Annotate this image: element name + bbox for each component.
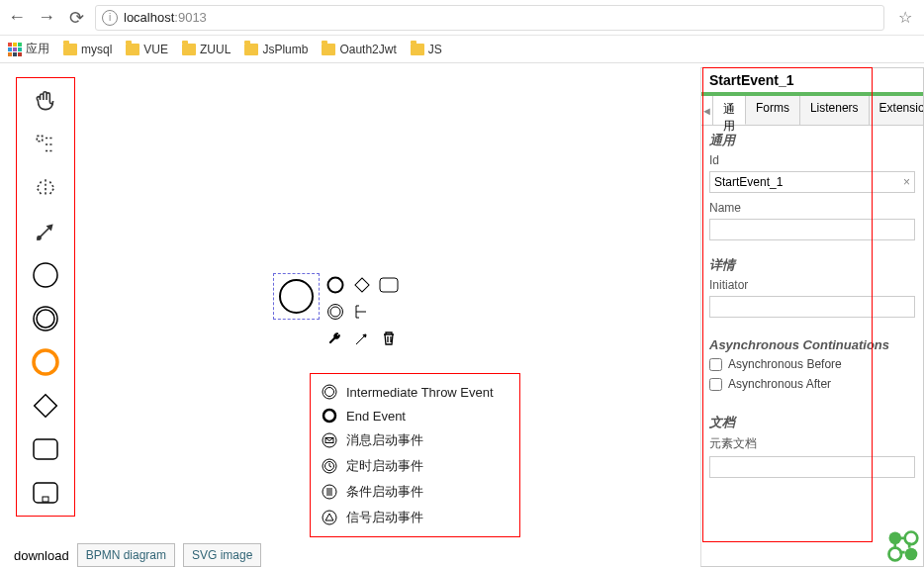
pad-annotation[interactable] (350, 300, 374, 324)
svg-point-22 (323, 485, 336, 499)
popup-item-end-event[interactable]: End Event (311, 404, 519, 427)
back-button[interactable]: ← (6, 7, 28, 29)
svg-rect-9 (43, 497, 48, 502)
popup-item-conditional-start[interactable]: 条件启动事件 (311, 479, 519, 505)
bookmark-mysql[interactable]: mysql (63, 43, 112, 56)
bookmark-oauth2jwt[interactable]: Oauth2Jwt (322, 43, 396, 56)
checkbox-async-before[interactable]: Asynchronous Before (701, 354, 923, 374)
tool-hand[interactable] (27, 84, 64, 118)
svg-point-25 (905, 532, 918, 545)
tool-lasso[interactable] (27, 128, 64, 161)
tool-space[interactable] (27, 171, 64, 205)
input-id[interactable]: StartEvent_1× (709, 171, 915, 193)
apps-button[interactable]: 应用 (8, 41, 49, 57)
pad-connect[interactable] (350, 327, 374, 350)
bookmark-vue[interactable]: VUE (126, 43, 168, 56)
pad-end-event[interactable] (323, 273, 347, 297)
section-async: Asynchronous Continuations (701, 331, 923, 354)
pad-wrench[interactable] (323, 327, 347, 350)
bookmark-zuul[interactable]: ZUUL (182, 43, 231, 56)
pad-gateway[interactable] (350, 273, 374, 297)
tool-end-event[interactable] (27, 302, 64, 335)
svg-point-2 (34, 263, 57, 287)
svg-rect-7 (34, 439, 57, 459)
thick-circle-icon (321, 408, 338, 424)
download-svg-button[interactable]: SVG image (183, 543, 261, 567)
reload-button[interactable]: ⟳ (65, 7, 87, 29)
tool-palette (16, 77, 75, 517)
timer-icon (321, 458, 338, 474)
section-docs: 文档 (701, 408, 923, 433)
star-icon[interactable]: ☆ (892, 8, 918, 27)
properties-panel: StartEvent_1 ◄ 通用 Forms Listeners Extens… (700, 67, 924, 567)
workspace: Intermediate Throw Event End Event 消息启动事… (0, 63, 924, 567)
message-icon (321, 432, 338, 448)
svg-point-26 (889, 548, 902, 561)
checkbox-async-after[interactable]: Asynchronous After (701, 374, 923, 394)
apps-icon (8, 43, 22, 56)
svg-point-16 (325, 388, 334, 397)
folder-icon (244, 44, 258, 55)
pad-intermediate[interactable] (323, 300, 347, 324)
folder-icon (126, 44, 139, 55)
label-id: Id (701, 151, 923, 169)
info-icon[interactable]: i (102, 10, 118, 26)
folder-icon (182, 44, 196, 55)
apps-label: 应用 (26, 41, 49, 57)
tab-forms[interactable]: Forms (746, 96, 800, 125)
input-initiator[interactable] (709, 296, 915, 318)
input-name[interactable] (709, 219, 915, 240)
tool-gateway[interactable] (27, 389, 64, 423)
bookmark-js[interactable]: JS (411, 43, 442, 56)
popup-item-intermediate-throw[interactable]: Intermediate Throw Event (311, 380, 519, 404)
svg-point-1 (38, 236, 41, 239)
section-details: 详情 (701, 250, 923, 276)
start-event-circle-icon (279, 279, 314, 314)
popup-item-timer-start[interactable]: 定时启动事件 (311, 453, 519, 479)
url-port: :9013 (174, 10, 207, 25)
popup-item-signal-start[interactable]: 信号启动事件 (311, 505, 519, 530)
tab-listeners[interactable]: Listeners (800, 96, 870, 125)
svg-rect-8 (34, 483, 57, 503)
browser-nav: ← → ⟳ i localhost:9013 ☆ (0, 0, 924, 36)
bookmark-jsplumb[interactable]: JsPlumb (244, 43, 308, 56)
panel-tabs: ◄ 通用 Forms Listeners Extensions (701, 96, 923, 126)
panel-title: StartEvent_1 (701, 68, 923, 96)
download-row: download BPMN diagram SVG image (14, 543, 261, 567)
pad-task[interactable] (377, 273, 401, 297)
svg-point-10 (328, 278, 343, 293)
label-initiator: Initiator (701, 276, 923, 294)
download-bpmn-button[interactable]: BPMN diagram (77, 543, 175, 567)
svg-point-27 (905, 548, 918, 561)
conditional-icon (321, 484, 338, 500)
svg-point-24 (889, 532, 902, 545)
tab-extensions[interactable]: Extensions (870, 96, 924, 125)
popup-item-message-start[interactable]: 消息启动事件 (311, 427, 519, 453)
svg-point-14 (330, 307, 340, 317)
svg-point-4 (37, 310, 54, 328)
address-bar[interactable]: i localhost:9013 (95, 5, 884, 31)
forward-button[interactable]: → (36, 7, 57, 29)
svg-rect-6 (35, 395, 57, 418)
replace-popup: Intermediate Throw Event End Event 消息启动事… (310, 373, 520, 537)
url-host: localhost (124, 10, 174, 25)
clear-icon[interactable]: × (903, 175, 910, 189)
svg-point-17 (323, 410, 335, 422)
tool-start-event[interactable] (27, 258, 64, 292)
tab-scroll-left[interactable]: ◄ (701, 96, 713, 125)
tab-general[interactable]: 通用 (713, 96, 746, 125)
bookmarks-bar: 应用 mysql VUE ZUUL JsPlumb Oauth2Jwt JS (0, 36, 924, 63)
tool-task[interactable] (27, 432, 64, 466)
input-docs[interactable] (709, 456, 915, 478)
svg-rect-12 (380, 278, 398, 292)
folder-icon (411, 44, 424, 55)
download-label: download (14, 548, 69, 563)
context-pad (323, 273, 401, 350)
pad-delete[interactable] (377, 327, 401, 350)
tool-connect[interactable] (27, 215, 64, 248)
canvas-start-event[interactable] (273, 273, 320, 320)
svg-rect-11 (355, 278, 369, 292)
tool-subprocess[interactable] (27, 476, 64, 510)
signal-icon (321, 510, 338, 525)
tool-intermediate-event[interactable] (27, 345, 64, 379)
